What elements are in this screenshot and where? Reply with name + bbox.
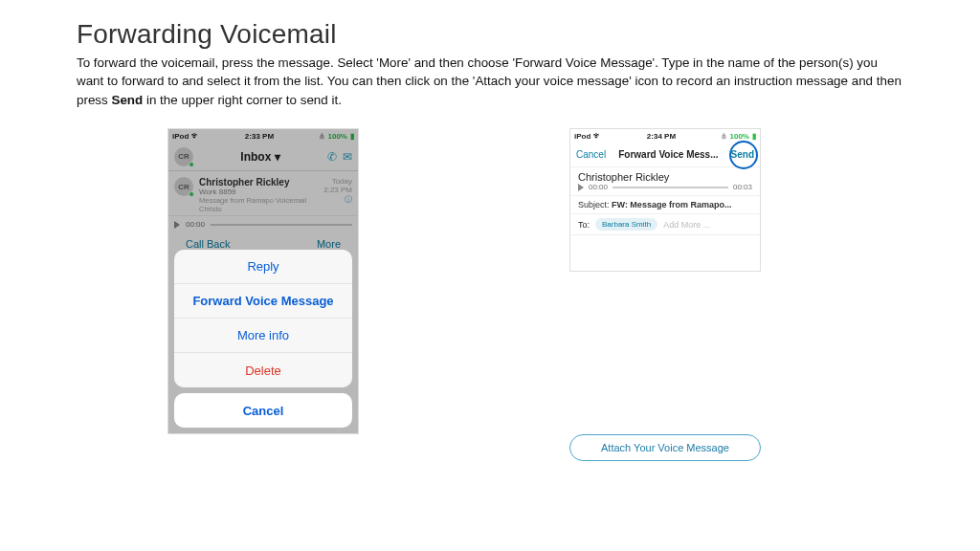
delete-option[interactable]: Delete xyxy=(174,353,352,387)
battery-icon: ▮ xyxy=(752,132,756,141)
device-label: iPod xyxy=(574,132,590,141)
play-icon[interactable] xyxy=(578,184,584,191)
play-end: 00:03 xyxy=(733,183,752,191)
screenshot-action-sheet: iPod ᯤ 2:33 PM ⋔ 100% ▮ CR Inbox ▾ ✆ xyxy=(167,128,359,434)
forward-voice-message-option[interactable]: Forward Voice Message xyxy=(174,284,352,319)
more-info-option[interactable]: More info xyxy=(174,319,352,353)
subject-row: Subject: FW: Message from Ramapo... xyxy=(570,196,760,214)
body-suffix: in the upper right corner to send it. xyxy=(143,93,342,107)
sender-row: Christopher Rickley 00:00 00:03 xyxy=(570,167,760,196)
battery-label: 100% xyxy=(730,132,749,141)
instruction-text: To forward the voicemail, press the mess… xyxy=(77,54,903,109)
bt-icon: ⋔ xyxy=(721,132,727,141)
sender-name: Christopher Rickley xyxy=(578,171,752,183)
forward-title: Forward Voice Mess... xyxy=(606,149,730,160)
recipient-pill[interactable]: Barbara Smith xyxy=(595,218,657,231)
reply-option[interactable]: Reply xyxy=(174,250,352,284)
page-title: Forwarding Voicemail xyxy=(77,19,903,50)
screenshot-forward-screen: iPod ᯤ 2:34 PM ⋔ 100% ▮ Cancel Forward V… xyxy=(569,128,761,272)
add-more-placeholder[interactable]: Add More ... xyxy=(663,220,710,230)
play-start: 00:00 xyxy=(589,183,608,191)
send-button[interactable]: Send xyxy=(731,149,754,160)
screenshot-forward-screen-column: iPod ᯤ 2:34 PM ⋔ 100% ▮ Cancel Forward V… xyxy=(569,128,761,461)
forward-nav: Cancel Forward Voice Mess... Send xyxy=(570,143,760,167)
action-sheet: Reply Forward Voice Message More info De… xyxy=(174,250,352,428)
to-label: To: xyxy=(578,220,590,230)
status-bar: iPod ᯤ 2:34 PM ⋔ 100% ▮ xyxy=(570,129,760,143)
status-time: 2:34 PM xyxy=(647,132,676,141)
scrubber[interactable] xyxy=(612,187,728,188)
wifi-icon: ᯤ xyxy=(593,131,602,141)
playback-mini[interactable]: 00:00 00:03 xyxy=(578,183,752,191)
attach-voice-message-button[interactable]: Attach Your Voice Message xyxy=(569,434,761,461)
cancel-button[interactable]: Cancel xyxy=(174,393,352,428)
subject-label: Subject: xyxy=(578,200,610,209)
subject-value: FW: Message from Ramapo... xyxy=(612,200,731,209)
body-send-word: Send xyxy=(111,93,143,107)
to-row[interactable]: To: Barbara Smith Add More ... xyxy=(570,214,760,235)
cancel-link[interactable]: Cancel xyxy=(576,149,606,160)
